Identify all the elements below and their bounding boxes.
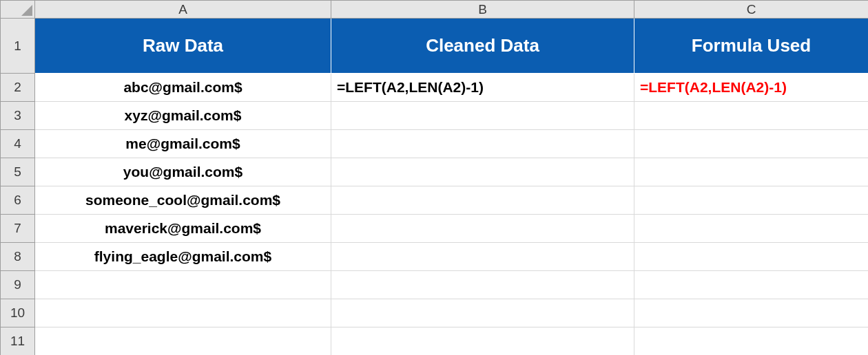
col-header-A[interactable]: A bbox=[35, 1, 331, 19]
row-header-7[interactable]: 7 bbox=[1, 215, 35, 243]
row-9: 9 bbox=[1, 271, 869, 299]
cell-B3[interactable] bbox=[331, 102, 634, 130]
cell-B11[interactable] bbox=[331, 327, 634, 356]
column-header-row: A B C bbox=[1, 1, 869, 19]
cell-C1[interactable]: Formula Used bbox=[634, 19, 869, 74]
row-11: 11 bbox=[1, 327, 869, 356]
row-2: 2 abc@gmail.com$ =LEFT(A2,LEN(A2)-1) =LE… bbox=[1, 74, 869, 102]
cell-B9[interactable] bbox=[331, 271, 634, 299]
cell-B7[interactable] bbox=[331, 215, 634, 243]
row-5: 5 you@gmail.com$ bbox=[1, 158, 869, 186]
cell-A2[interactable]: abc@gmail.com$ bbox=[35, 74, 331, 102]
cell-C11[interactable] bbox=[634, 327, 869, 356]
row-header-10[interactable]: 10 bbox=[1, 299, 35, 327]
cell-A8[interactable]: flying_eagle@gmail.com$ bbox=[35, 243, 331, 271]
cell-B6[interactable] bbox=[331, 186, 634, 215]
col-header-B[interactable]: B bbox=[331, 1, 634, 19]
cell-A5[interactable]: you@gmail.com$ bbox=[35, 158, 331, 186]
spreadsheet-grid: A B C 1 Raw Data Cleaned Data Formula Us… bbox=[0, 0, 868, 355]
cell-C9[interactable] bbox=[634, 271, 869, 299]
row-3: 3 xyz@gmail.com$ bbox=[1, 102, 869, 130]
cell-A4[interactable]: me@gmail.com$ bbox=[35, 130, 331, 158]
row-header-8[interactable]: 8 bbox=[1, 243, 35, 271]
cell-A9[interactable] bbox=[35, 271, 331, 299]
cell-C7[interactable] bbox=[634, 215, 869, 243]
cell-B5[interactable] bbox=[331, 158, 634, 186]
row-6: 6 someone_cool@gmail.com$ bbox=[1, 186, 869, 215]
row-7: 7 maverick@gmail.com$ bbox=[1, 215, 869, 243]
row-header-3[interactable]: 3 bbox=[1, 102, 35, 130]
cell-B1[interactable]: Cleaned Data bbox=[331, 19, 634, 74]
cell-A1[interactable]: Raw Data bbox=[35, 19, 331, 74]
cell-C4[interactable] bbox=[634, 130, 869, 158]
row-header-11[interactable]: 11 bbox=[1, 327, 35, 356]
cell-C5[interactable] bbox=[634, 158, 869, 186]
row-header-1[interactable]: 1 bbox=[1, 19, 35, 74]
cell-A3[interactable]: xyz@gmail.com$ bbox=[35, 102, 331, 130]
cell-B8[interactable] bbox=[331, 243, 634, 271]
row-header-2[interactable]: 2 bbox=[1, 74, 35, 102]
cell-C3[interactable] bbox=[634, 102, 869, 130]
row-header-5[interactable]: 5 bbox=[1, 158, 35, 186]
cell-B2[interactable]: =LEFT(A2,LEN(A2)-1) bbox=[331, 74, 634, 102]
cell-A11[interactable] bbox=[35, 327, 331, 356]
cell-A6[interactable]: someone_cool@gmail.com$ bbox=[35, 186, 331, 215]
cell-B4[interactable] bbox=[331, 130, 634, 158]
row-1: 1 Raw Data Cleaned Data Formula Used bbox=[1, 19, 869, 74]
cell-B10[interactable] bbox=[331, 299, 634, 327]
cell-C10[interactable] bbox=[634, 299, 869, 327]
select-all-corner[interactable] bbox=[1, 1, 35, 19]
row-10: 10 bbox=[1, 299, 869, 327]
row-header-6[interactable]: 6 bbox=[1, 186, 35, 215]
col-header-C[interactable]: C bbox=[634, 1, 869, 19]
cell-C2[interactable]: =LEFT(A2,LEN(A2)-1) bbox=[634, 74, 869, 102]
cell-A10[interactable] bbox=[35, 299, 331, 327]
row-header-4[interactable]: 4 bbox=[1, 130, 35, 158]
row-8: 8 flying_eagle@gmail.com$ bbox=[1, 243, 869, 271]
row-4: 4 me@gmail.com$ bbox=[1, 130, 869, 158]
cell-A7[interactable]: maverick@gmail.com$ bbox=[35, 215, 331, 243]
row-header-9[interactable]: 9 bbox=[1, 271, 35, 299]
cell-C8[interactable] bbox=[634, 243, 869, 271]
cell-C6[interactable] bbox=[634, 186, 869, 215]
